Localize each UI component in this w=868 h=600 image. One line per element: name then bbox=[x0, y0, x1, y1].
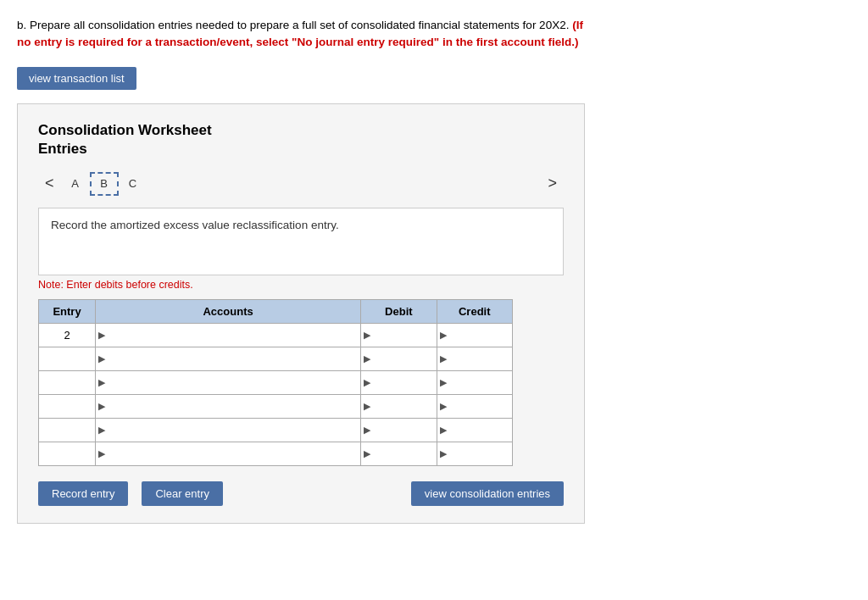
accounts-input[interactable] bbox=[96, 371, 360, 394]
accounts-cell[interactable]: ▶ bbox=[96, 394, 361, 418]
tab-navigation: < A B C > bbox=[38, 172, 564, 196]
credit-input[interactable] bbox=[437, 419, 512, 442]
accounts-arrow-icon: ▶ bbox=[98, 448, 105, 459]
credit-cell[interactable]: ▶ bbox=[437, 370, 512, 394]
accounts-input[interactable] bbox=[96, 395, 360, 418]
debit-cell[interactable]: ▶ bbox=[361, 418, 437, 442]
col-header-debit: Debit bbox=[361, 299, 437, 323]
credit-arrow-icon: ▶ bbox=[440, 448, 447, 459]
table-row: ▶▶▶ bbox=[39, 347, 513, 370]
table-row: 2▶▶▶ bbox=[39, 323, 513, 347]
accounts-input[interactable] bbox=[96, 419, 360, 442]
credit-cell[interactable]: ▶ bbox=[437, 418, 512, 442]
entry-cell bbox=[39, 442, 96, 465]
debit-input[interactable] bbox=[361, 324, 436, 347]
credit-input[interactable] bbox=[437, 395, 512, 418]
debit-arrow-icon: ▶ bbox=[364, 425, 370, 436]
entry-cell bbox=[39, 347, 96, 370]
view-consolidation-button[interactable]: view consolidation entries bbox=[411, 481, 564, 506]
credit-arrow-icon: ▶ bbox=[440, 425, 447, 436]
accounts-cell[interactable]: ▶ bbox=[96, 370, 361, 394]
debit-arrow-icon: ▶ bbox=[364, 377, 370, 388]
debit-cell[interactable]: ▶ bbox=[361, 323, 437, 347]
col-header-accounts: Accounts bbox=[96, 299, 361, 323]
note-text: Note: Enter debits before credits. bbox=[38, 279, 564, 291]
table-row: ▶▶▶ bbox=[39, 418, 513, 442]
accounts-input[interactable] bbox=[96, 347, 360, 370]
credit-cell[interactable]: ▶ bbox=[437, 394, 512, 418]
entry-table: Entry Accounts Debit Credit 2▶▶▶▶▶▶▶▶▶▶▶… bbox=[38, 299, 513, 466]
credit-input[interactable] bbox=[437, 371, 512, 394]
col-header-entry: Entry bbox=[39, 299, 96, 323]
accounts-cell[interactable]: ▶ bbox=[96, 323, 361, 347]
accounts-cell[interactable]: ▶ bbox=[96, 418, 361, 442]
accounts-cell[interactable]: ▶ bbox=[96, 442, 361, 465]
worksheet-title: Consolidation Worksheet Entries bbox=[38, 121, 564, 158]
debit-cell[interactable]: ▶ bbox=[361, 347, 437, 370]
debit-arrow-icon: ▶ bbox=[364, 401, 370, 412]
entry-cell: 2 bbox=[39, 323, 96, 347]
credit-arrow-icon: ▶ bbox=[440, 401, 447, 412]
col-header-credit: Credit bbox=[437, 299, 512, 323]
entry-cell bbox=[39, 394, 96, 418]
debit-input[interactable] bbox=[361, 442, 436, 465]
entry-description: Record the amortized excess value reclas… bbox=[38, 208, 564, 275]
tab-c[interactable]: C bbox=[119, 172, 147, 196]
accounts-input[interactable] bbox=[96, 442, 360, 465]
tab-a[interactable]: A bbox=[61, 172, 90, 196]
table-row: ▶▶▶ bbox=[39, 394, 513, 418]
debit-arrow-icon: ▶ bbox=[364, 448, 370, 459]
credit-cell[interactable]: ▶ bbox=[437, 323, 512, 347]
accounts-arrow-icon: ▶ bbox=[98, 330, 105, 341]
debit-cell[interactable]: ▶ bbox=[361, 442, 437, 465]
credit-input[interactable] bbox=[437, 324, 512, 347]
tab-b[interactable]: B bbox=[90, 172, 119, 196]
view-transaction-button[interactable]: view transaction list bbox=[17, 67, 136, 90]
debit-input[interactable] bbox=[361, 395, 436, 418]
accounts-cell[interactable]: ▶ bbox=[96, 347, 361, 370]
instructions-text: b. Prepare all consolidation entries nee… bbox=[17, 19, 569, 31]
worksheet-container: Consolidation Worksheet Entries < A B C … bbox=[17, 103, 585, 524]
nav-next-arrow[interactable]: > bbox=[541, 175, 564, 192]
clear-entry-button[interactable]: Clear entry bbox=[142, 481, 223, 506]
nav-prev-arrow[interactable]: < bbox=[38, 175, 61, 192]
credit-arrow-icon: ▶ bbox=[440, 377, 447, 388]
credit-arrow-icon: ▶ bbox=[440, 330, 447, 341]
credit-input[interactable] bbox=[437, 347, 512, 370]
accounts-arrow-icon: ▶ bbox=[98, 425, 105, 436]
debit-cell[interactable]: ▶ bbox=[361, 394, 437, 418]
debit-input[interactable] bbox=[361, 371, 436, 394]
accounts-arrow-icon: ▶ bbox=[98, 401, 105, 412]
debit-arrow-icon: ▶ bbox=[364, 353, 370, 364]
accounts-arrow-icon: ▶ bbox=[98, 377, 105, 388]
credit-arrow-icon: ▶ bbox=[440, 353, 447, 364]
debit-input[interactable] bbox=[361, 419, 436, 442]
entry-cell bbox=[39, 370, 96, 394]
table-row: ▶▶▶ bbox=[39, 442, 513, 465]
instructions-section: b. Prepare all consolidation entries nee… bbox=[17, 17, 851, 52]
debit-cell[interactable]: ▶ bbox=[361, 370, 437, 394]
debit-arrow-icon: ▶ bbox=[364, 330, 370, 341]
credit-input[interactable] bbox=[437, 442, 512, 465]
record-entry-button[interactable]: Record entry bbox=[38, 481, 128, 506]
entry-cell bbox=[39, 418, 96, 442]
action-buttons: Record entry Clear entry view consolidat… bbox=[38, 481, 564, 506]
accounts-input[interactable] bbox=[96, 324, 360, 347]
debit-input[interactable] bbox=[361, 347, 436, 370]
table-row: ▶▶▶ bbox=[39, 370, 513, 394]
credit-cell[interactable]: ▶ bbox=[437, 347, 512, 370]
accounts-arrow-icon: ▶ bbox=[98, 353, 105, 364]
credit-cell[interactable]: ▶ bbox=[437, 442, 512, 465]
